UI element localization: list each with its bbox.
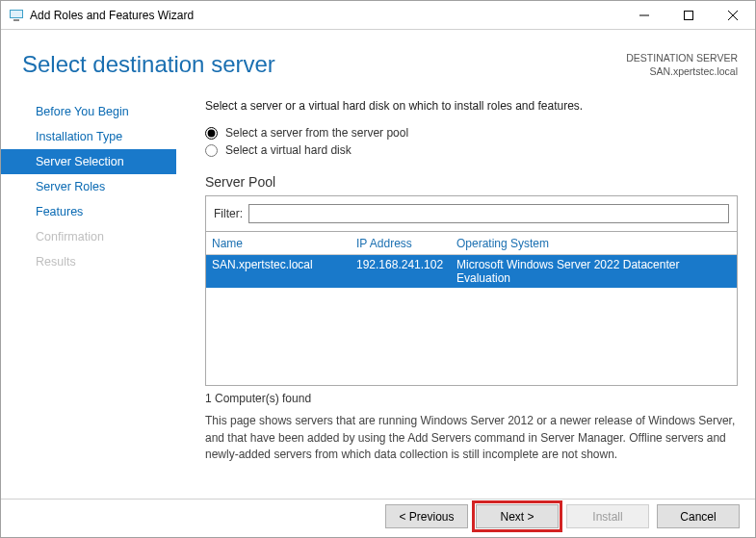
nav-features[interactable]: Features bbox=[1, 199, 176, 224]
server-grid: Name IP Address Operating System SAN.xpe… bbox=[205, 232, 738, 386]
cell-ip: 192.168.241.102 bbox=[356, 258, 456, 285]
destination-label: DESTINATION SERVER bbox=[626, 51, 738, 64]
page-note: This page shows servers that are running… bbox=[205, 413, 738, 463]
titlebar: Add Roles and Features Wizard bbox=[1, 1, 755, 30]
radio-server-pool-label: Select a server from the server pool bbox=[225, 126, 408, 140]
svg-rect-4 bbox=[685, 11, 693, 19]
cancel-button[interactable]: Cancel bbox=[657, 504, 740, 528]
page-title: Select destination server bbox=[22, 51, 626, 78]
nav-confirmation: Confirmation bbox=[1, 224, 176, 249]
filter-input[interactable] bbox=[248, 204, 729, 223]
radio-vhd-label: Select a virtual hard disk bbox=[225, 143, 352, 157]
cell-os: Microsoft Windows Server 2022 Datacenter… bbox=[456, 258, 731, 285]
minimize-button[interactable] bbox=[622, 1, 666, 30]
wizard-body: Before You Begin Installation Type Serve… bbox=[1, 86, 755, 493]
grid-body: SAN.xpertstec.local 192.168.241.102 Micr… bbox=[206, 255, 737, 385]
server-pool-title: Server Pool bbox=[205, 174, 738, 190]
maximize-button[interactable] bbox=[666, 1, 711, 30]
nav-installation-type[interactable]: Installation Type bbox=[1, 124, 176, 149]
nav-server-selection[interactable]: Server Selection bbox=[1, 149, 176, 174]
wizard-content: Select a server or a virtual hard disk o… bbox=[176, 91, 740, 493]
grid-header: Name IP Address Operating System bbox=[206, 232, 737, 255]
svg-rect-2 bbox=[13, 19, 19, 21]
col-name-header[interactable]: Name bbox=[212, 237, 356, 250]
destination-info: DESTINATION SERVER SAN.xpertstec.local bbox=[626, 51, 738, 78]
install-button: Install bbox=[566, 504, 649, 528]
server-manager-icon bbox=[9, 8, 24, 23]
destination-value: SAN.xpertstec.local bbox=[626, 64, 738, 78]
filter-label: Filter: bbox=[214, 207, 243, 220]
svg-rect-1 bbox=[11, 11, 22, 17]
computers-found: 1 Computer(s) found bbox=[205, 392, 738, 405]
window-title: Add Roles and Features Wizard bbox=[30, 9, 622, 22]
intro-text: Select a server or a virtual hard disk o… bbox=[205, 99, 738, 113]
col-ip-header[interactable]: IP Address bbox=[356, 237, 456, 250]
radio-server-pool-input[interactable] bbox=[205, 127, 218, 140]
filter-box: Filter: bbox=[205, 195, 738, 232]
cell-name: SAN.xpertstec.local bbox=[212, 258, 356, 285]
col-os-header[interactable]: Operating System bbox=[456, 237, 731, 250]
wizard-footer: < Previous Next > Install Cancel bbox=[1, 499, 755, 537]
close-button[interactable] bbox=[711, 1, 755, 30]
nav-before-you-begin[interactable]: Before You Begin bbox=[1, 99, 176, 124]
radio-vhd-input[interactable] bbox=[205, 144, 218, 157]
next-button[interactable]: Next > bbox=[476, 504, 559, 528]
nav-results: Results bbox=[1, 249, 176, 274]
wizard-header: Select destination server DESTINATION SE… bbox=[1, 30, 755, 86]
window-controls bbox=[622, 1, 755, 30]
table-row[interactable]: SAN.xpertstec.local 192.168.241.102 Micr… bbox=[206, 255, 737, 288]
previous-button[interactable]: < Previous bbox=[385, 504, 468, 528]
nav-server-roles[interactable]: Server Roles bbox=[1, 174, 176, 199]
radio-server-pool[interactable]: Select a server from the server pool bbox=[205, 126, 738, 140]
wizard-nav: Before You Begin Installation Type Serve… bbox=[1, 91, 176, 493]
radio-vhd[interactable]: Select a virtual hard disk bbox=[205, 143, 738, 157]
